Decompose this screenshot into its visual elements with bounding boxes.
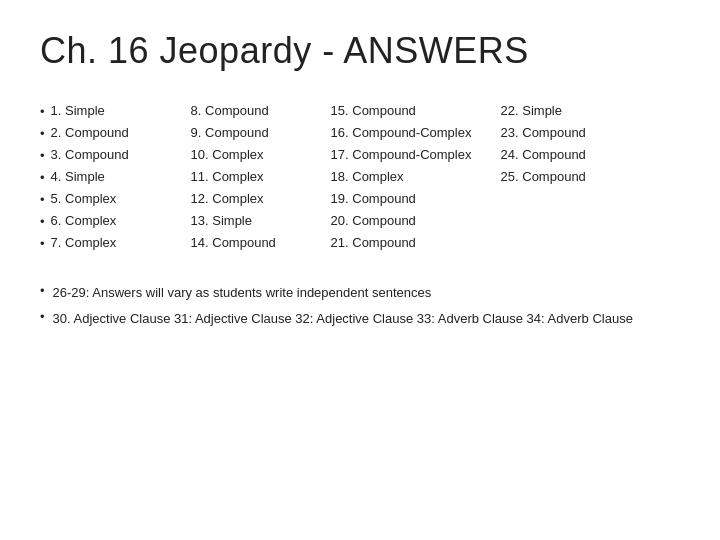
bullet-5: • (40, 189, 45, 211)
answers-grid: • • • • • • • 1. Simple 2. Compound 3. C… (40, 100, 680, 255)
note-bullet-1: • (40, 283, 45, 298)
answer-10: 10. Complex (191, 144, 321, 166)
note-text-2: 30. Adjective Clause 31: Adjective Claus… (53, 309, 633, 329)
answer-20: 20. Compound (331, 210, 491, 232)
answer-9: 9. Compound (191, 122, 321, 144)
answer-4: 4. Simple (51, 166, 181, 188)
answer-5: 5. Complex (51, 188, 181, 210)
answers-col-1: 1. Simple 2. Compound 3. Compound 4. Sim… (51, 100, 181, 255)
answer-18: 18. Complex (331, 166, 491, 188)
bullet-2: • (40, 123, 45, 145)
answer-2: 2. Compound (51, 122, 181, 144)
answer-23: 23. Compound (501, 122, 631, 144)
answer-6: 6. Complex (51, 210, 181, 232)
answer-22: 22. Simple (501, 100, 631, 122)
bullet-column: • • • • • • • (40, 100, 51, 255)
bullet-3: • (40, 145, 45, 167)
answers-col-3: 15. Compound 16. Compound-Complex 17. Co… (331, 100, 491, 255)
answer-3: 3. Compound (51, 144, 181, 166)
answer-14: 14. Compound (191, 232, 321, 254)
note-text-1: 26-29: Answers will vary as students wri… (53, 283, 432, 303)
answer-12: 12. Complex (191, 188, 321, 210)
page-title: Ch. 16 Jeopardy - ANSWERS (40, 30, 680, 72)
answer-7: 7. Complex (51, 232, 181, 254)
answer-24: 24. Compound (501, 144, 631, 166)
page: Ch. 16 Jeopardy - ANSWERS • • • • • • • … (0, 0, 720, 540)
answer-11: 11. Complex (191, 166, 321, 188)
bullet-7: • (40, 233, 45, 255)
note-row-1: • 26-29: Answers will vary as students w… (40, 283, 680, 303)
answer-15: 15. Compound (331, 100, 491, 122)
answers-col-2: 8. Compound 9. Compound 10. Complex 11. … (191, 100, 321, 255)
answer-13: 13. Simple (191, 210, 321, 232)
bullet-1: • (40, 101, 45, 123)
answers-col-4: 22. Simple 23. Compound 24. Compound 25.… (501, 100, 631, 255)
note-bullet-2: • (40, 309, 45, 324)
answer-19: 19. Compound (331, 188, 491, 210)
answer-25: 25. Compound (501, 166, 631, 188)
answer-21: 21. Compound (331, 232, 491, 254)
bullet-4: • (40, 167, 45, 189)
note-row-2: • 30. Adjective Clause 31: Adjective Cla… (40, 309, 680, 329)
answer-16: 16. Compound-Complex (331, 122, 491, 144)
answer-1: 1. Simple (51, 100, 181, 122)
answer-17: 17. Compound-Complex (331, 144, 491, 166)
answer-8: 8. Compound (191, 100, 321, 122)
bullet-6: • (40, 211, 45, 233)
notes-section: • 26-29: Answers will vary as students w… (40, 283, 680, 334)
